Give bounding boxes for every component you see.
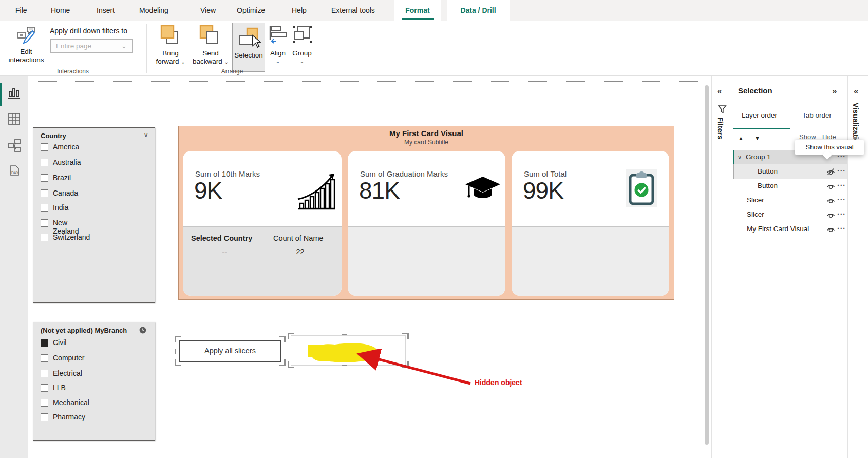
group-icon [292,25,313,45]
canvas-scrollbar[interactable] [705,85,709,445]
checkbox-checked[interactable] [41,339,48,347]
checkbox[interactable] [41,234,48,241]
selection-handle[interactable] [175,349,176,354]
card-10th-marks[interactable]: Sum of 10th Marks 9K Selected Country [183,151,342,296]
interactions-group-caption: Interactions [29,68,117,75]
dax-query-view-icon[interactable]: DAX [7,164,21,178]
row-options-icon[interactable]: ··· [837,182,846,189]
graduation-cap-icon [465,176,501,205]
menu-optimize[interactable]: Optimize [237,0,265,21]
checkbox[interactable] [41,413,48,421]
active-view-indicator [0,83,2,106]
card-detail-empty [348,226,505,296]
active-tab-underline [733,128,790,129]
chevron-down-icon[interactable]: ∨ [143,131,148,139]
clipboard-check-icon [626,169,657,207]
expand-visualizations-icon[interactable]: « [854,86,858,97]
menu-file[interactable]: File [15,0,27,21]
selection-pane-title: Selection [738,86,772,95]
row-options-icon[interactable]: ··· [837,167,846,175]
menu-bar: File Home Insert Modeling View Optimize … [0,0,868,21]
tab-tab-order[interactable]: Tab order [802,111,832,119]
tab-layer-order[interactable]: Layer order [742,111,777,119]
selection-handle[interactable] [402,333,409,339]
layer-row-slicer[interactable]: Slicer ··· [733,207,847,222]
row-options-icon[interactable]: ··· [837,196,846,203]
edit-interactions-button[interactable]: Edit interactions [3,48,50,65]
annotation-arrow [354,349,478,390]
apply-drill-label: Apply drill down filters to [50,27,127,35]
move-down-icon[interactable]: ▼ [754,135,760,141]
selection-handle[interactable] [288,361,294,368]
eye-off-icon[interactable] [826,168,836,176]
checkbox[interactable] [41,370,48,377]
powerbi-window: File Home Insert Modeling View Optimize … [0,0,868,458]
detail-col-header: Count of Name [273,234,324,242]
expand-filters-icon[interactable]: « [717,86,722,97]
country-slicer[interactable]: Country ∨ America Australia Brazil Canad… [33,127,155,303]
tab-format[interactable]: Format [394,0,441,21]
drill-scope-dropdown[interactable]: Entire page ⌄ [50,39,133,53]
row-options-icon[interactable]: ··· [837,211,846,218]
checkbox[interactable] [41,354,48,362]
eye-icon[interactable] [826,225,836,233]
checkbox[interactable] [41,219,48,227]
table-view-icon[interactable] [7,112,21,126]
menu-view[interactable]: View [200,0,216,21]
checkbox[interactable] [41,204,48,212]
apply-all-slicers-button[interactable]: Apply all slicers [179,340,281,362]
growth-chart-icon [297,173,336,211]
filters-pane-label[interactable]: Filters [716,117,724,140]
format-tab-underline [402,18,434,20]
align-button[interactable]: Align [266,49,290,58]
menu-home[interactable]: Home [51,0,70,21]
bring-forward-icon [159,25,182,45]
branch-slicer[interactable]: (Not yet applied) MyBranch Civil Compute… [33,322,155,441]
pane-divider [711,76,712,458]
send-backward-button[interactable]: Send backward ⌄ [187,49,234,66]
align-icon [268,25,289,45]
card-visual-title: My First Card Visual [179,129,674,138]
selection-label: Selection [233,51,265,60]
checkbox[interactable] [41,143,48,151]
layer-row-button[interactable]: Button ··· [733,179,847,193]
collapse-selection-icon[interactable]: » [832,86,837,97]
row-options-icon[interactable]: ··· [837,225,846,232]
menu-external-tools[interactable]: External tools [331,0,375,21]
chevron-down-icon[interactable]: ∨ [738,150,742,164]
eye-icon[interactable] [826,211,836,219]
selection-ribbon-button[interactable]: Selection [232,23,265,72]
layer-row-card-visual[interactable]: My First Card Visual ··· [733,222,847,236]
detail-col-header: Selected Country [191,234,252,242]
card-graduation-marks[interactable]: Sum of Graduation Marks 81K [348,151,505,296]
menu-help[interactable]: Help [292,0,307,21]
checkbox[interactable] [41,189,48,197]
selection-icon [236,26,261,50]
my-first-card-visual[interactable]: My First Card Visual My card Subtitle Su… [178,126,674,300]
checkbox[interactable] [41,384,48,392]
card-total[interactable]: Sum of Total 99K [512,151,669,296]
selection-handle[interactable] [342,334,347,335]
report-view-icon[interactable] [7,86,21,100]
bring-forward-button[interactable]: Bring forward ⌄ [150,49,191,66]
checkbox[interactable] [41,174,48,182]
move-up-icon[interactable]: ▲ [738,135,744,141]
model-view-icon[interactable] [7,139,21,152]
eye-icon[interactable] [826,197,836,204]
card-visual-subtitle: My card Subtitle [179,139,674,146]
group-button[interactable]: Group [289,49,315,58]
checkbox[interactable] [41,399,48,407]
menu-insert[interactable]: Insert [97,0,115,21]
layer-row-button-hidden[interactable]: Button ··· [733,164,847,179]
pending-clock-icon [139,327,146,334]
selection-handle[interactable] [288,333,294,339]
layer-row-slicer[interactable]: Slicer ··· [733,193,847,207]
chevron-down-icon[interactable]: ⌄ [266,59,290,65]
menu-modeling[interactable]: Modeling [139,0,168,21]
tab-data-drill[interactable]: Data / Drill [447,0,510,21]
chevron-down-icon[interactable]: ⌄ [289,59,315,65]
chevron-down-icon: ⌄ [224,59,229,65]
checkbox[interactable] [41,159,48,166]
eye-icon[interactable] [826,182,836,190]
show-this-visual-tooltip: Show this visual [795,140,864,155]
